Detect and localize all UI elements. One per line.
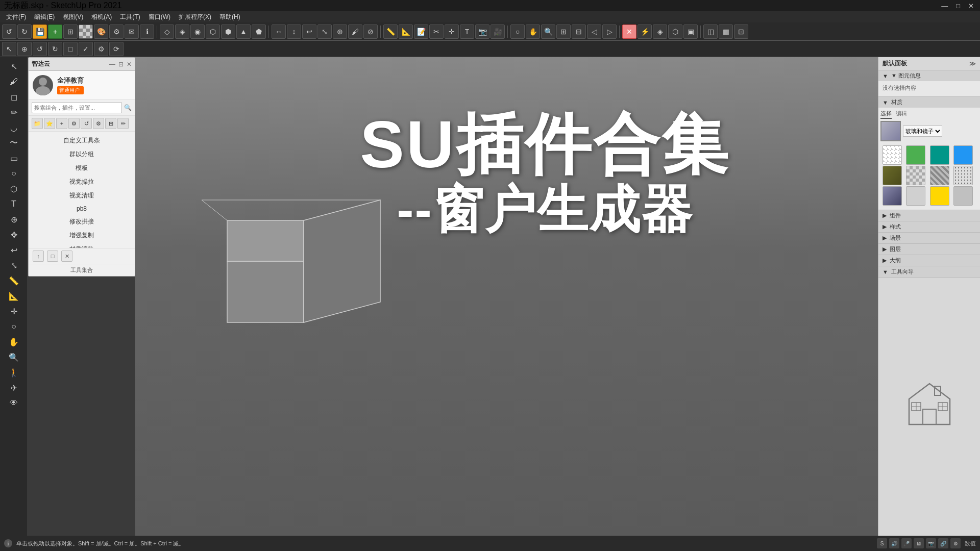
plugin-search-input[interactable] [32, 102, 122, 113]
right-panel-expand[interactable]: ≫ [969, 60, 976, 67]
menu-help[interactable]: 帮助(H) [215, 12, 244, 22]
toolbar-camera2[interactable]: 🎥 [491, 24, 505, 39]
tool-paint[interactable]: 🖌 [5, 74, 23, 89]
panel-tb-add[interactable]: + [56, 118, 67, 129]
toolbar-pan[interactable]: ✋ [526, 24, 540, 39]
toolbar-offset[interactable]: ⊘ [363, 24, 378, 39]
swatch-green[interactable] [906, 145, 925, 165]
toolbar-settings[interactable]: ⚙ [109, 24, 124, 39]
minimize-button[interactable]: — [939, 2, 950, 10]
toolbar-rotate[interactable]: ↩ [302, 24, 316, 39]
panel-bottom-btn3[interactable]: ✕ [61, 251, 72, 262]
swatch-halftone[interactable] [953, 166, 973, 185]
toolbar-zoomext[interactable]: ⊞ [556, 24, 571, 39]
tool-arc[interactable]: ◡ [5, 120, 23, 135]
instructor-header[interactable]: ▼ 工具向导 [878, 266, 980, 277]
entity-info-header[interactable]: ▼ ▼ 图元信息 [878, 70, 980, 81]
toolbar-geo3[interactable]: ◉ [190, 24, 205, 39]
toolbar-redo[interactable]: ↻ [17, 24, 32, 39]
menu-file[interactable]: 文件(F) [2, 12, 30, 22]
menu-item-material[interactable]: 材质渲染 [29, 242, 135, 248]
panel-tb-refresh[interactable]: ↺ [81, 118, 92, 129]
toolbar-geo5[interactable]: ⬢ [221, 24, 235, 39]
materials-header[interactable]: ▼ 材质 [878, 97, 980, 108]
toolbar-ext1[interactable]: ◫ [703, 24, 718, 39]
search-icon[interactable]: 🔍 [124, 104, 132, 111]
toolbar-move1[interactable]: ↔ [272, 24, 286, 39]
toolbar-plugin3[interactable]: ◈ [653, 24, 667, 39]
panel-tb-star[interactable]: ⭐ [44, 118, 55, 129]
tool-circle[interactable]: ○ [5, 166, 23, 181]
tool-pencil[interactable]: ✏ [5, 105, 23, 119]
menu-extensions[interactable]: 扩展程序(X) [175, 12, 215, 22]
sec-select[interactable]: ↖ [2, 42, 16, 56]
materials-select-tab[interactable]: 选择 [880, 110, 892, 119]
tool-rotate[interactable]: ↩ [5, 243, 23, 257]
menu-edit[interactable]: 编辑(E) [30, 12, 59, 22]
close-button[interactable]: ✕ [966, 2, 976, 10]
status-icon-flag[interactable]: 🔊 [889, 538, 899, 548]
3d-viewport[interactable]: SU插件合集 --窗户生成器 [135, 57, 878, 536]
menu-item-pb8[interactable]: pb8 [29, 203, 135, 215]
material-category-dropdown[interactable]: 玻璃和镜子 [903, 126, 942, 137]
sec-box[interactable]: □ [63, 42, 78, 56]
swatch-diagonal[interactable] [930, 166, 949, 185]
panel-tb-folder[interactable]: 📁 [32, 118, 43, 129]
sec-gear[interactable]: ⚙ [94, 42, 108, 56]
status-icon-s[interactable]: S [877, 538, 887, 548]
maximize-button[interactable]: □ [954, 2, 962, 10]
tool-lookaround[interactable]: 👁 [5, 396, 23, 410]
toolbar-geo6[interactable]: ▲ [236, 24, 251, 39]
toolbar-material[interactable]: 🎨 [94, 24, 108, 39]
swatch-yellow[interactable] [930, 186, 949, 206]
panel-bottom-btn2[interactable]: □ [47, 251, 58, 262]
components-header[interactable]: ▶ 组件 [878, 210, 980, 221]
toolbar-save[interactable]: 💾 [33, 24, 47, 39]
toolbar-zoom[interactable]: 🔍 [541, 24, 555, 39]
swatch-silver[interactable] [953, 186, 973, 206]
toolbar-paint[interactable]: 🖌 [348, 24, 362, 39]
tool-walk[interactable]: 🚶 [5, 365, 23, 380]
menu-item-template[interactable]: 模板 [29, 161, 135, 175]
menu-item-visual-clean[interactable]: 视觉清理 [29, 189, 135, 203]
menu-window[interactable]: 窗口(W) [144, 12, 175, 22]
toolbar-camera1[interactable]: 📷 [475, 24, 489, 39]
toolbar-geo2[interactable]: ◈ [175, 24, 189, 39]
tool-3d-text[interactable]: T [5, 197, 23, 211]
tool-curve[interactable]: 〜 [5, 136, 23, 150]
sec-select2[interactable]: ⊕ [17, 42, 32, 56]
menu-item-modify[interactable]: 修改拱接 [29, 215, 135, 229]
toolbar-3d-text[interactable]: T [460, 24, 474, 39]
panel-dock[interactable]: ⊡ [118, 61, 124, 68]
sec-refresh[interactable]: ⟳ [109, 42, 124, 56]
menu-item-visual-drag[interactable]: 视觉操拉 [29, 175, 135, 189]
toolbar-plugin5[interactable]: ▣ [683, 24, 698, 39]
toolbar-info[interactable]: ℹ [140, 24, 154, 39]
tool-fly[interactable]: ✈ [5, 381, 23, 395]
panel-tb-grid[interactable]: ⊞ [105, 118, 116, 129]
tool-polygon[interactable]: ⬡ [5, 182, 23, 196]
swatch-transparent[interactable] [883, 145, 902, 165]
materials-edit-tab[interactable]: 编辑 [896, 110, 907, 119]
toolbar-ext2[interactable]: ▦ [719, 24, 733, 39]
status-icon-mic[interactable]: 🎤 [901, 538, 912, 548]
toolbar-email[interactable]: ✉ [125, 24, 139, 39]
menu-item-group[interactable]: 群以分组 [29, 147, 135, 161]
tool-zoom[interactable]: 🔍 [5, 350, 23, 364]
toolbar-plugin4[interactable]: ⬡ [668, 24, 682, 39]
swatch-olive[interactable] [883, 166, 902, 185]
panel-tb-gear2[interactable]: ⚙ [93, 118, 104, 129]
tool-tape[interactable]: 📏 [5, 273, 23, 288]
toolbar-orbit[interactable]: ○ [510, 24, 525, 39]
menu-view[interactable]: 视图(V) [59, 12, 87, 22]
tool-scale[interactable]: ⤡ [5, 258, 23, 272]
toolbar-ext3[interactable]: ⊡ [734, 24, 748, 39]
status-icon-gear[interactable]: ⚙ [950, 538, 961, 548]
toolbar-new[interactable]: ↺ [2, 24, 16, 39]
tool-axes[interactable]: ✛ [5, 304, 23, 318]
panel-tb-settings[interactable]: ⚙ [68, 118, 80, 129]
toolbar-tape[interactable]: 📏 [383, 24, 398, 39]
toolbar-angle[interactable]: 📐 [399, 24, 413, 39]
toolbar-checkerboard[interactable] [79, 24, 93, 39]
swatch-purple[interactable] [883, 186, 902, 206]
